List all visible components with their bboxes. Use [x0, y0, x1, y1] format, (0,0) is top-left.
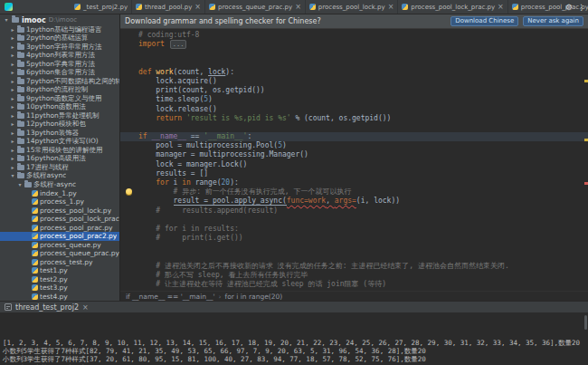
- project-root-row[interactable]: ▾ imooc D:\imooc: [0, 14, 119, 25]
- download-chinese-button[interactable]: Download Chinese: [450, 16, 518, 26]
- code-line[interactable]: print(count, os.getpid()): [138, 86, 588, 95]
- code-line[interactable]: # 进程池关闭之后不再接收新的请求 没有完成的任务之前: 主进程已经结束了, 进…: [138, 262, 588, 271]
- code-line[interactable]: # results.append(result): [138, 207, 588, 216]
- code-line[interactable]: # 让主进程处在等待 进程池已经完成 sleep 的话 join阻塞 (等待): [138, 280, 588, 289]
- code-line[interactable]: [138, 123, 588, 132]
- close-icon[interactable]: ×: [295, 4, 301, 11]
- chevron-right-icon[interactable]: ▸: [10, 79, 15, 84]
- code-line[interactable]: [138, 59, 588, 68]
- close-icon[interactable]: ×: [388, 4, 394, 11]
- tree-folder-row[interactable]: ▸6python集合常用方法: [0, 69, 119, 78]
- code-line[interactable]: # 异步: 前一个任务没有执行完成, 下一个就可以执行: [138, 187, 588, 197]
- tree-file-row[interactable]: test4.py: [0, 293, 119, 302]
- close-icon[interactable]: ×: [498, 4, 504, 11]
- editor-tab[interactable]: process_queue_prac.py×: [205, 0, 306, 14]
- code-line[interactable]: def work(count, lock):: [138, 68, 588, 77]
- tree-file-row[interactable]: process_pool_lock.py: [0, 207, 119, 216]
- code-line[interactable]: time.sleep(5): [138, 95, 588, 104]
- chevron-right-icon[interactable]: ▸: [10, 62, 15, 67]
- code-line[interactable]: for i in range(20):: [138, 178, 588, 187]
- tree-file-row[interactable]: process_pool_prac2.py: [0, 232, 119, 241]
- tree-folder-row[interactable]: ▸2python的基础运算: [0, 34, 119, 43]
- editor-tab[interactable]: thread_pool.py×: [132, 0, 205, 14]
- tree-file-row[interactable]: process_pool_lock_prac.py: [0, 215, 119, 224]
- tree-folder-row[interactable]: ▸1python基础与编程语言: [0, 25, 119, 34]
- tree-file-row[interactable]: process_queue.py: [0, 241, 119, 250]
- code-line[interactable]: [138, 243, 588, 252]
- close-icon[interactable]: ×: [82, 303, 89, 312]
- chevron-right-icon[interactable]: ▸: [10, 53, 15, 58]
- code-line[interactable]: lock.acquire(): [138, 77, 588, 86]
- tree-folder-row[interactable]: ▸12python模块和包: [0, 120, 119, 130]
- chevron-down-icon[interactable]: ▾: [4, 17, 9, 23]
- code-line[interactable]: import ...: [138, 40, 588, 49]
- tree-folder-row[interactable]: ▸15常用模块包的讲解使用: [0, 146, 119, 155]
- tree-folder-row[interactable]: ▸9python函数定义与使用: [0, 94, 119, 103]
- chevron-right-icon[interactable]: ▸: [10, 165, 15, 170]
- chevron-right-icon[interactable]: ▸: [10, 121, 15, 127]
- breadcrumb-item[interactable]: for i in range(20): [225, 293, 283, 301]
- more-icon[interactable]: ⋮: [577, 3, 585, 12]
- close-icon[interactable]: ×: [194, 4, 201, 11]
- editor-tab[interactable]: _test_proj2.py: [71, 0, 132, 14]
- code-line[interactable]: # print(i.get()): [138, 234, 588, 243]
- code-line[interactable]: result = pool.apply_async(func=work, arg…: [138, 197, 588, 206]
- code-line[interactable]: results = []: [138, 169, 588, 178]
- code-line[interactable]: lock = manager.Lock(): [138, 160, 588, 169]
- never-ask-button[interactable]: Never ask again: [523, 16, 583, 26]
- chevron-right-icon[interactable]: ▸: [10, 156, 15, 161]
- tree-folder-row[interactable]: ▸11python异常处理机制: [0, 111, 119, 120]
- error-stripe[interactable]: [584, 30, 588, 290]
- code-line[interactable]: # for i in results:: [138, 225, 588, 234]
- tree-folder-row[interactable]: ▸13python装饰器: [0, 129, 119, 138]
- chevron-right-icon[interactable]: ▸: [10, 130, 15, 136]
- editor-tab[interactable]: process_pool_lock_prac.py×: [398, 0, 507, 14]
- console-output[interactable]: [1, 2, 3, 4, 5, 6, 7, 8, 9, 10, 11, 12, …: [0, 312, 588, 365]
- chevron-right-icon[interactable]: ▸: [10, 70, 15, 75]
- chevron-right-icon[interactable]: ▸: [10, 139, 15, 144]
- breadcrumb-item[interactable]: if __name__ == '__main__': [126, 293, 215, 301]
- code-line[interactable]: return 'result is %s,pid is %s' % (count…: [138, 114, 588, 123]
- tree-file-row[interactable]: test1.py: [0, 266, 119, 275]
- chevron-right-icon[interactable]: ▸: [10, 96, 15, 101]
- code-line[interactable]: pool = multiprocessing.Pool(5): [138, 141, 588, 150]
- tree-folder-row[interactable]: ▸3python字符串常用方法: [0, 43, 119, 52]
- code-line[interactable]: # coding:utf-8: [138, 31, 588, 40]
- tree-folder-row[interactable]: ▸17进程与线程: [0, 163, 119, 172]
- chevron-right-icon[interactable]: ▸: [10, 104, 15, 110]
- code-line[interactable]: [138, 216, 588, 225]
- code-line[interactable]: [138, 49, 588, 58]
- tree-folder-row[interactable]: ▸14python文件读写(IO): [0, 138, 119, 147]
- tree-folder-row[interactable]: ▸16python高级用法: [0, 155, 119, 164]
- lightbulb-icon[interactable]: [126, 188, 132, 195]
- run-tab-label[interactable]: thread_test_proj2: [15, 303, 79, 312]
- code-line[interactable]: lock.release(): [138, 105, 588, 114]
- chevron-right-icon[interactable]: ▸: [10, 148, 15, 153]
- tree-folder-row[interactable]: ▸4python列表常用方法: [0, 52, 119, 61]
- code-line[interactable]: if __name__ == '__main__':: [120, 132, 588, 141]
- chevron-right-icon[interactable]: ▸: [10, 27, 15, 33]
- tree-folder-row[interactable]: ▸10python函数用法: [0, 103, 119, 112]
- tree-folder-row[interactable]: ▸8python的流程控制: [0, 86, 119, 95]
- code-area[interactable]: # coding:utf-8import ...def work(count, …: [120, 29, 588, 291]
- chevron-down-icon[interactable]: ▾: [17, 182, 23, 187]
- code-line[interactable]: # 那么不写 sleep, 看上去所有任务执行完毕: [138, 271, 588, 280]
- tree-file-row[interactable]: process_1.py: [0, 197, 119, 207]
- warning-stripe-mark[interactable]: [584, 80, 588, 82]
- tree-folder-row[interactable]: ▾多线程-async: [0, 180, 119, 189]
- settings-icon[interactable]: ⚙: [565, 3, 573, 12]
- tree-folder-row[interactable]: ▸5python字典常用方法: [0, 60, 119, 69]
- chevron-right-icon[interactable]: ▸: [10, 113, 15, 119]
- code-line[interactable]: [138, 253, 588, 262]
- chevron-right-icon[interactable]: ▸: [10, 87, 15, 92]
- tree-file-row[interactable]: test3.py: [0, 283, 119, 293]
- tree-file-row[interactable]: process_queue_prac.py: [0, 249, 119, 258]
- tree-file-row[interactable]: process_pool_prac.py: [0, 224, 119, 233]
- tree-folder-row[interactable]: ▸7python不同数据结构之间的转换: [0, 77, 119, 86]
- error-stripe-mark[interactable]: [584, 182, 588, 185]
- tree-folder-row[interactable]: ▾多线程async: [0, 172, 119, 181]
- chevron-right-icon[interactable]: ▸: [10, 35, 15, 41]
- editor-tab[interactable]: process_pool_lock.py×: [306, 0, 399, 14]
- code-line[interactable]: manager = multiprocessing.Manager(): [138, 150, 588, 159]
- chevron-down-icon[interactable]: ▾: [10, 173, 15, 178]
